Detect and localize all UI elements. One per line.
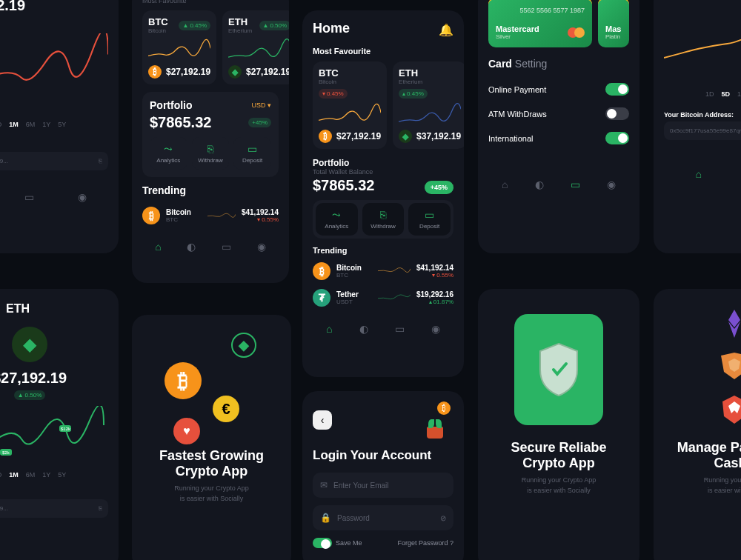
price-display: $27,192.19 bbox=[0, 370, 108, 387]
nav-chat-icon[interactable]: ◐ bbox=[535, 179, 544, 190]
portfolio-screen: Most Favourite BTCBitcoin▲0.45% ₿$27,192… bbox=[132, 0, 289, 283]
bitcoin-icon: ₿ bbox=[165, 362, 202, 399]
trending-item-btc[interactable]: ₿ BitcoinBTC $41,192.14▾ 0.55% bbox=[313, 258, 453, 284]
nav-card-icon[interactable]: ▭ bbox=[395, 323, 405, 335]
nav-home-icon[interactable]: ⌂ bbox=[155, 241, 161, 253]
trending-title: Trending bbox=[313, 246, 453, 255]
portfolio-title: Portfolio bbox=[313, 158, 453, 168]
nav-profile-icon[interactable]: ◉ bbox=[78, 191, 87, 203]
nav-profile-icon[interactable]: ◉ bbox=[257, 241, 266, 253]
login-screen: ‹ ₿ Login Your Account ✉Enter Your Email… bbox=[302, 391, 464, 560]
credit-card[interactable]: 5562 5566 5577 1987 MastercardSilver bbox=[488, 0, 592, 47]
address-box[interactable]: 0eei99e87qr0599...⎘ bbox=[0, 499, 108, 518]
nav-chat-icon[interactable]: ◐ bbox=[359, 323, 368, 335]
svg-text:$12k: $12k bbox=[61, 427, 71, 431]
copy-icon[interactable]: ⎘ bbox=[99, 505, 102, 512]
withdraw-button[interactable]: ⎘Withdraw bbox=[362, 203, 405, 236]
trending-title: Trending bbox=[142, 184, 279, 196]
portfolio-title: Portfolio bbox=[150, 99, 193, 111]
detail-screen-right: $12k 1D5D1M6M Your Bitcoin Address: 0x5c… bbox=[654, 0, 741, 253]
eth-card[interactable]: ETHEtherium ▴0.45% ◆$37,192.19 bbox=[393, 61, 464, 149]
save-toggle[interactable] bbox=[313, 538, 332, 548]
password-field[interactable]: 🔒Password⊘ bbox=[313, 505, 453, 530]
copy-icon[interactable]: ⎘ bbox=[99, 158, 102, 164]
portfolio-card: PortfolioUSD ▾ $7865.32+45% ⤳Analytics ⎘… bbox=[142, 92, 279, 177]
heart-icon: ♥ bbox=[173, 418, 200, 444]
nav-profile-icon[interactable]: ◉ bbox=[607, 179, 616, 190]
onboarding-subtitle: Running your Crypto Appis easier with So… bbox=[488, 476, 629, 496]
currency-selector[interactable]: USD ▾ bbox=[251, 101, 271, 109]
time-range-selector[interactable]: 1D5D1M6M bbox=[664, 90, 741, 98]
eth-badge: ▴0.45% bbox=[399, 89, 428, 99]
coin-illustration: ₿ ◆ € ♥ bbox=[142, 325, 281, 444]
address-box[interactable]: 0x5cc9f177usa55e99e87qr0599... bbox=[664, 121, 741, 140]
bottom-nav: ◐ ▭ ◉ bbox=[0, 185, 108, 209]
deposit-button[interactable]: ▭Deposit bbox=[233, 137, 271, 170]
onboarding-fastest: ₿ ◆ € ♥ Fastest Growing Crypto App Runni… bbox=[132, 315, 291, 560]
portfolio-sublabel: Total Wallet Balance bbox=[313, 168, 453, 176]
trending-item-btc[interactable]: ₿ BitcoinBTC $41,192.14▾ 0.55% bbox=[142, 202, 279, 229]
deposit-button[interactable]: ▭Deposit bbox=[408, 203, 451, 236]
card-number: 5562 5566 5577 1987 bbox=[496, 7, 585, 14]
back-button[interactable]: ‹ bbox=[313, 410, 332, 430]
bottom-nav: ⌂ ◐ ▭ ◉ bbox=[142, 235, 279, 259]
phantom-icon bbox=[718, 307, 741, 339]
change-badge: ▲ 0.50% bbox=[14, 390, 46, 400]
coin-symbol: ETH bbox=[6, 302, 30, 316]
onboarding-title: Manage Payn And Casho bbox=[664, 440, 741, 471]
analytics-button[interactable]: ⤳Analytics bbox=[150, 137, 187, 170]
nav-card-icon[interactable]: ▭ bbox=[571, 179, 580, 190]
nav-home-icon[interactable]: ⌂ bbox=[326, 323, 332, 335]
btc-card[interactable]: BTCBitcoin▲0.45% ₿$27,192.19 bbox=[142, 10, 216, 84]
eye-off-icon[interactable]: ⊘ bbox=[440, 514, 446, 522]
page-title: Home bbox=[313, 21, 350, 36]
onboarding-secure: Secure Reliabe Crypto App Running your C… bbox=[478, 289, 639, 560]
online-payment-setting: Online Payment bbox=[488, 77, 629, 101]
eth-icon: ◆ bbox=[12, 327, 47, 362]
portfolio-pct: +45% bbox=[248, 118, 271, 127]
price-chart: $2k$12k bbox=[0, 406, 108, 465]
portfolio-pct: +45% bbox=[425, 181, 453, 194]
onboarding-subtitle: Running your Cryptois easier with Soci bbox=[664, 476, 741, 496]
mastercard-icon bbox=[568, 27, 585, 38]
bell-icon[interactable]: 🔔 bbox=[439, 23, 453, 37]
credit-card-2[interactable]: MasPlatin bbox=[598, 0, 629, 47]
card-setting-title: Card Setting bbox=[488, 58, 547, 70]
btc-card[interactable]: BTCBitcoin ▾0.45% ₿$27,192.19 bbox=[313, 61, 387, 149]
analytics-button[interactable]: ⤳Analytics bbox=[316, 203, 358, 236]
page-indicator bbox=[664, 518, 741, 521]
nav-home-icon[interactable]: ⌂ bbox=[502, 179, 508, 190]
atm-setting: ATM WithDraws bbox=[488, 101, 629, 126]
address-label: Your Bitcoin Address: bbox=[664, 111, 741, 119]
portfolio-value: $7865.32 bbox=[150, 114, 211, 131]
time-range-selector[interactable]: 5D1M6M1Y5Y bbox=[0, 471, 108, 479]
address-box[interactable]: 0eei99e87qr0599...⎘ bbox=[0, 152, 108, 170]
nav-card-icon[interactable]: ▭ bbox=[24, 191, 34, 203]
online-payment-toggle[interactable] bbox=[605, 83, 629, 96]
price-chart: $2k bbox=[0, 33, 108, 115]
intl-toggle[interactable] bbox=[605, 132, 629, 144]
atm-toggle[interactable] bbox=[605, 107, 629, 120]
detail-screen-left: $27,192.19 ▲ 0.50% $2k 5D1M6M1Y5Y um Add… bbox=[0, 0, 119, 253]
time-range-selector[interactable]: 5D1M6M1Y5Y bbox=[0, 121, 108, 128]
metamask-icon bbox=[718, 350, 741, 382]
eth-badge: ▲0.50% bbox=[259, 21, 289, 30]
forgot-link[interactable]: Forget Password ? bbox=[397, 539, 453, 547]
withdraw-button[interactable]: ⎘Withdraw bbox=[192, 137, 230, 170]
portfolio-value: $7865.32 bbox=[313, 177, 374, 194]
email-field[interactable]: ✉Enter Your Email bbox=[313, 473, 453, 498]
nav-card-icon[interactable]: ▭ bbox=[222, 241, 231, 253]
bottom-nav: ⌂ ◐ bbox=[664, 162, 741, 186]
plant-icon: ₿ bbox=[416, 401, 453, 439]
shield-illustration bbox=[514, 314, 603, 425]
price-chart: $12k bbox=[664, 3, 741, 84]
address-label: um Address: bbox=[0, 141, 108, 149]
nav-chat-icon[interactable]: ◐ bbox=[187, 241, 196, 253]
onboarding-subtitle: Running your Crypto Appis easier with So… bbox=[142, 484, 281, 504]
eth-card[interactable]: ETHEtherium▲0.50% ◆$27,192.19 bbox=[222, 10, 289, 84]
nav-profile-icon[interactable]: ◉ bbox=[431, 323, 440, 335]
nav-home-icon[interactable]: ⌂ bbox=[695, 168, 701, 180]
btc-badge: ▲0.45% bbox=[179, 21, 210, 30]
trending-item-usdt[interactable]: ₮ TetherUSDT $19,292.16▴ 01.87% bbox=[313, 284, 453, 311]
eth-icon: ◆ bbox=[228, 65, 242, 79]
